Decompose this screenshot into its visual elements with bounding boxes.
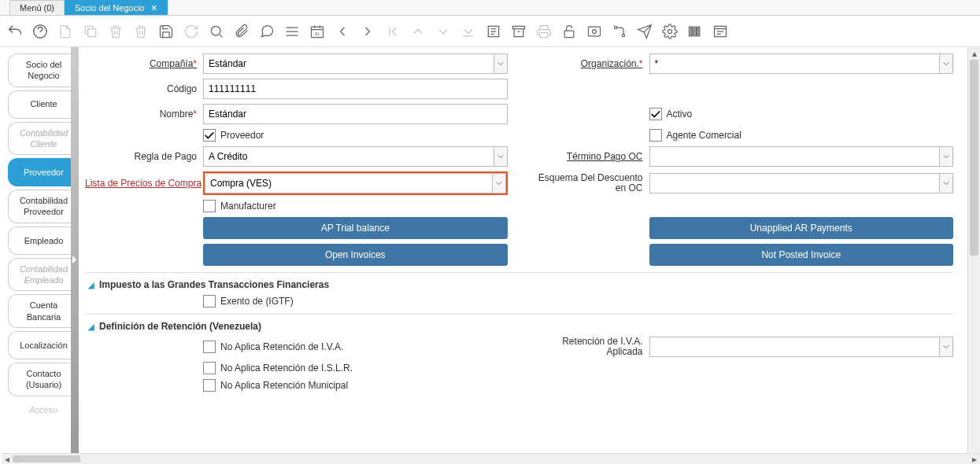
nombre-input[interactable]: [203, 104, 508, 124]
not-posted-invoice-button[interactable]: Not Posted Invoice: [649, 244, 954, 266]
termino-pago-combo[interactable]: [649, 146, 954, 167]
chevron-down-icon[interactable]: [939, 53, 953, 74]
regla-pago-combo[interactable]: [203, 146, 508, 167]
report-icon[interactable]: [485, 23, 502, 40]
gear-icon[interactable]: [661, 23, 679, 40]
lista-precios-combo[interactable]: [203, 171, 508, 195]
organizacion-combo[interactable]: [649, 53, 954, 74]
close-icon[interactable]: ×: [151, 2, 157, 14]
vertical-scrollbar[interactable]: ▴ ▾: [967, 47, 980, 464]
grid-icon[interactable]: [283, 23, 301, 40]
ret-mun-checkbox[interactable]: No Aplica Retención Municipal: [203, 379, 348, 392]
chevron-down-icon[interactable]: [939, 173, 953, 193]
up-icon[interactable]: [409, 23, 427, 40]
tab-active-label: Socio del Negocio: [75, 3, 145, 13]
scroll-up-icon[interactable]: ▴: [968, 47, 980, 60]
svg-rect-17: [698, 27, 700, 36]
sidebar-item-localizacion[interactable]: Localización: [8, 331, 79, 359]
chevron-down-icon[interactable]: [494, 146, 508, 167]
sidebar-item-contabilidad-cliente[interactable]: ContabilidadCliente: [8, 122, 79, 156]
lista-precios-input[interactable]: [205, 173, 492, 193]
form-icon[interactable]: [712, 23, 729, 40]
save-icon[interactable]: [157, 23, 175, 40]
workflow-icon[interactable]: [611, 23, 628, 40]
sidebar-item-proveedor[interactable]: Proveedor: [8, 158, 79, 186]
ret-iva-aplicada-input[interactable]: [649, 337, 940, 357]
refresh-icon[interactable]: [183, 23, 200, 40]
horizontal-scrollbar[interactable]: ◂ ▸: [2, 453, 980, 464]
compania-combo[interactable]: [203, 53, 508, 74]
scroll-right-icon[interactable]: ▸: [969, 454, 980, 465]
send-icon[interactable]: [636, 23, 653, 40]
exento-igtf-checkbox[interactable]: Exento de (IGTF): [203, 295, 294, 307]
delete2-icon[interactable]: [132, 23, 150, 40]
ret-iva-label: No Aplica Retención de I.V.A.: [220, 341, 343, 352]
activo-checkbox[interactable]: Activo: [649, 108, 693, 120]
compania-input[interactable]: [203, 53, 494, 74]
open-invoices-button[interactable]: Open Invoices: [203, 244, 508, 266]
prev-icon[interactable]: [334, 23, 351, 40]
undo-icon[interactable]: [6, 23, 24, 40]
sidebar-item-contabilidad-empleado[interactable]: ContabilidadEmpleado: [8, 258, 79, 292]
unapplied-ar-payments-button[interactable]: Unapplied AR Payments: [649, 217, 954, 239]
sidebar-item-cuenta-bancaria[interactable]: CuentaBancaria: [8, 294, 79, 328]
last-icon[interactable]: [460, 23, 477, 40]
side-gutter[interactable]: [71, 47, 79, 464]
print-icon[interactable]: [535, 23, 553, 40]
chevron-down-icon[interactable]: [492, 173, 506, 193]
sidebar-item-acceso[interactable]: Acceso: [8, 400, 79, 420]
next-icon[interactable]: [359, 23, 376, 40]
attachment-icon[interactable]: [233, 23, 250, 40]
label-nombre: Nombre*: [85, 109, 203, 120]
regla-pago-input[interactable]: [203, 146, 494, 167]
chevron-down-icon[interactable]: [939, 146, 953, 167]
search-icon[interactable]: [208, 23, 225, 40]
label-compania: Compañía*: [85, 58, 203, 69]
new-icon[interactable]: [57, 23, 74, 40]
section-igtf[interactable]: ◢ Impuesto a las Grandes Transacciones F…: [85, 272, 953, 295]
proveedor-checkbox[interactable]: Proveedor: [203, 129, 264, 142]
chevron-down-icon[interactable]: [494, 53, 508, 74]
archive-icon[interactable]: [510, 23, 527, 40]
agente-checkbox[interactable]: Agente Comercial: [649, 129, 741, 142]
tab-menu[interactable]: Menú (0): [9, 0, 65, 15]
organizacion-input[interactable]: [649, 53, 940, 74]
ret-iva-checkbox[interactable]: No Aplica Retención de I.V.A.: [203, 341, 343, 353]
help-icon[interactable]: [31, 23, 49, 40]
sidebar-item-socio-negocio[interactable]: Socio delNegocio: [8, 53, 79, 87]
svg-rect-6: [513, 26, 525, 28]
section-retencion-title: Definición de Retención (Venezuela): [99, 321, 261, 332]
tab-socio-negocio[interactable]: Socio del Negocio ×: [65, 0, 168, 15]
zoom-icon[interactable]: [586, 23, 603, 40]
section-retencion[interactable]: ◢ Definición de Retención (Venezuela): [85, 314, 953, 337]
calendar-icon[interactable]: 31: [309, 23, 326, 40]
scroll-thumb-h[interactable]: [13, 455, 80, 462]
sidebar-item-empleado[interactable]: Empleado: [8, 226, 79, 255]
esquema-descuento-input[interactable]: [649, 173, 940, 193]
down-icon[interactable]: [435, 23, 452, 40]
barcode-icon[interactable]: [686, 23, 704, 40]
svg-rect-13: [690, 27, 691, 36]
ret-islr-checkbox[interactable]: No Aplica Retención de I.S.L.R.: [203, 362, 353, 374]
sidebar-item-contabilidad-proveedor[interactable]: ContabilidadProveedor: [8, 190, 79, 223]
sidebar-item-contacto-usuario[interactable]: Contacto(Usuario): [8, 363, 79, 396]
codigo-input[interactable]: [203, 79, 508, 99]
scroll-left-icon[interactable]: ◂: [2, 454, 13, 465]
lock-icon[interactable]: [560, 23, 578, 40]
scroll-thumb[interactable]: [970, 60, 978, 256]
svg-point-2: [211, 26, 220, 35]
termino-pago-input[interactable]: [649, 146, 940, 167]
ret-iva-aplicada-combo[interactable]: [649, 337, 954, 357]
esquema-descuento-combo[interactable]: [649, 173, 954, 193]
first-icon[interactable]: [384, 23, 401, 40]
chat-icon[interactable]: [258, 23, 276, 40]
window-tabs: Menú (0) Socio del Negocio ×: [0, 0, 980, 16]
copy-icon[interactable]: [82, 23, 99, 40]
svg-rect-1: [88, 28, 96, 36]
label-codigo: Código: [85, 83, 203, 94]
manufacturer-checkbox[interactable]: Manufacturer: [203, 200, 276, 212]
ap-trial-balance-button[interactable]: AP Trial balance: [203, 217, 508, 239]
sidebar-item-cliente[interactable]: Cliente: [8, 90, 79, 119]
delete-icon[interactable]: [107, 23, 124, 40]
chevron-down-icon[interactable]: [939, 337, 953, 357]
